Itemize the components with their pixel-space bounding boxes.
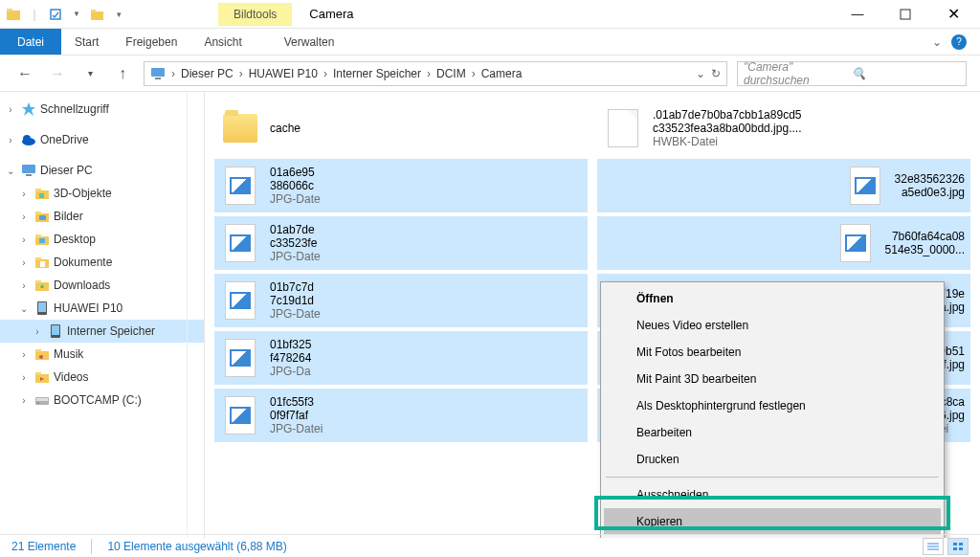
cloud-icon (21, 132, 36, 147)
properties-icon[interactable] (48, 7, 63, 22)
tree-item-bootcamp-c-[interactable]: ›BOOTCAMP (C:) (0, 389, 204, 412)
svg-rect-21 (39, 238, 45, 243)
image-icon (220, 279, 260, 322)
file-name: 32e83562326 (895, 172, 965, 186)
file-item[interactable]: .01ab7de7b0ba7cbb1a89cd5c33523fea3a8ba00… (597, 101, 970, 155)
search-input[interactable]: "Camera" durchsuchen 🔍 (737, 61, 967, 86)
tree-item-videos[interactable]: ›Videos (0, 366, 204, 389)
star-icon (21, 101, 36, 117)
crumb-camera[interactable]: Camera (481, 67, 523, 80)
crumb-device[interactable]: HUAWEI P10 (249, 67, 318, 80)
tab-start[interactable]: Start (61, 35, 112, 49)
view-details-button[interactable] (923, 538, 944, 555)
chevron-icon[interactable]: › (17, 234, 31, 245)
ctx-kopieren[interactable]: Kopieren (604, 508, 941, 535)
ctx-mit-fotos-bearbeiten[interactable]: Mit Fotos bearbeiten (604, 339, 941, 366)
file-item[interactable]: 01bf325f478264JPG-Da (214, 331, 588, 385)
tree-item-dokumente[interactable]: ›Dokumente (0, 251, 204, 274)
chevron-right-icon[interactable]: › (171, 67, 175, 80)
image-icon (220, 394, 260, 436)
tab-verwalten[interactable]: Verwalten (271, 35, 348, 49)
crumb-dcim[interactable]: DCIM (436, 67, 466, 80)
tree-item-musik[interactable]: ›Musik (0, 343, 204, 366)
file-item[interactable]: 7b60fa64ca08514e35_0000... (597, 216, 970, 270)
ctx-als-desktophintergrund-festlegen[interactable]: Als Desktophintergrund festlegen (604, 392, 941, 419)
maximize-button[interactable] (896, 5, 915, 24)
divider: | (27, 7, 42, 22)
file-item[interactable]: 01fc55f30f9f7fafJPG-Datei (214, 389, 588, 442)
chevron-down-icon[interactable]: ▼ (69, 7, 84, 22)
chevron-icon[interactable]: › (17, 257, 31, 268)
file-item[interactable]: 32e83562326a5ed0e3.jpg (597, 159, 970, 212)
crumb-storage[interactable]: Interner Speicher (333, 67, 421, 80)
tree-item-bilder[interactable]: ›Bilder (0, 205, 204, 228)
history-dropdown-icon[interactable]: ▾ (78, 62, 101, 85)
view-icons-button[interactable] (947, 538, 969, 555)
tree-label: Videos (54, 370, 88, 384)
qat-dropdown-icon[interactable]: ▾ (111, 7, 126, 22)
chevron-right-icon[interactable]: › (323, 67, 327, 80)
chevron-icon[interactable]: › (17, 372, 31, 383)
svg-rect-14 (35, 189, 41, 191)
help-icon[interactable]: ? (951, 34, 967, 50)
chevron-right-icon[interactable]: › (239, 67, 243, 80)
back-button[interactable]: ← (13, 62, 36, 85)
chevron-icon[interactable]: › (17, 189, 31, 199)
refresh-icon[interactable]: ↻ (711, 67, 721, 80)
image-icon (220, 165, 260, 207)
ctx--ffnen[interactable]: Öffnen (604, 285, 941, 312)
tree-item-dieser-pc[interactable]: ⌄Dieser PC (0, 159, 204, 182)
ctx-bearbeiten[interactable]: Bearbeiten (604, 419, 941, 446)
pc-icon (150, 67, 166, 80)
chevron-icon[interactable]: › (17, 395, 31, 406)
close-button[interactable]: ✕ (944, 5, 963, 24)
tree-item-huawei-p10[interactable]: ⌄HUAWEI P10 (0, 297, 204, 320)
chevron-icon[interactable]: ⌄ (4, 166, 17, 176)
breadcrumb[interactable]: › Dieser PC › HUAWEI P10 › Interner Spei… (144, 61, 727, 86)
tree-label: 3D-Objekte (54, 187, 112, 200)
tab-ansicht[interactable]: Ansicht (190, 35, 255, 49)
file-item[interactable]: cache (214, 101, 588, 155)
ctx-neues-video-erstellen[interactable]: Neues Video erstellen (604, 312, 941, 339)
contextual-tab-bildtools[interactable]: Bildtools (218, 3, 292, 26)
chevron-icon[interactable]: › (31, 326, 44, 337)
file-menu[interactable]: Datei (0, 29, 61, 55)
chevron-icon[interactable]: › (4, 104, 17, 115)
ctx-drucken[interactable]: Drucken (604, 446, 941, 473)
ctx-mit-paint-3d-bearbeiten[interactable]: Mit Paint 3D bearbeiten (604, 366, 941, 392)
chevron-icon[interactable]: › (17, 349, 31, 360)
tree-label: Bilder (54, 210, 83, 223)
tab-freigeben[interactable]: Freigeben (112, 35, 190, 49)
tree-item-interner-speicher[interactable]: ›Interner Speicher (0, 320, 204, 343)
svg-point-10 (23, 135, 31, 143)
file-name: cache (270, 122, 301, 135)
tree-item-3d-objekte[interactable]: ›3D-Objekte (0, 182, 204, 205)
new-folder-icon[interactable] (90, 7, 105, 22)
tree-item-downloads[interactable]: ›Downloads (0, 274, 204, 297)
file-item[interactable]: 01ab7dec33523feJPG-Date (214, 216, 588, 270)
svg-rect-20 (35, 234, 41, 237)
up-button[interactable]: ↑ (111, 62, 134, 85)
tree-item-desktop[interactable]: ›Desktop (0, 228, 204, 251)
ribbon-collapse-icon[interactable]: ⌄ (932, 35, 942, 49)
chevron-right-icon[interactable]: › (427, 67, 431, 80)
svg-rect-12 (26, 174, 32, 176)
file-item[interactable]: 01b7c7d7c19d1dJPG-Date (214, 274, 588, 327)
tree-item-onedrive[interactable]: ›OneDrive (0, 128, 204, 151)
chevron-icon[interactable]: ⌄ (17, 303, 31, 314)
ctx-ausschneiden[interactable]: Ausschneiden (604, 481, 941, 508)
chevron-icon[interactable]: › (17, 212, 31, 222)
chevron-down-icon[interactable]: ⌄ (696, 67, 705, 80)
chevron-icon[interactable]: › (4, 135, 17, 145)
foldervideo-icon (34, 369, 50, 385)
chevron-right-icon[interactable]: › (472, 67, 476, 80)
file-name: 7b60fa64ca08 (885, 230, 965, 243)
file-name: 7c19d1d (270, 294, 321, 307)
file-item[interactable]: 01a6e95386066cJPG-Date (214, 159, 588, 212)
minimize-button[interactable]: — (848, 5, 867, 24)
tree-item-schnellzugriff[interactable]: ›Schnellzugriff (0, 98, 204, 121)
crumb-pc[interactable]: Dieser PC (181, 67, 234, 80)
chevron-icon[interactable]: › (17, 280, 31, 291)
forward-button[interactable]: → (46, 62, 69, 85)
search-icon[interactable]: 🔍 (852, 67, 960, 80)
